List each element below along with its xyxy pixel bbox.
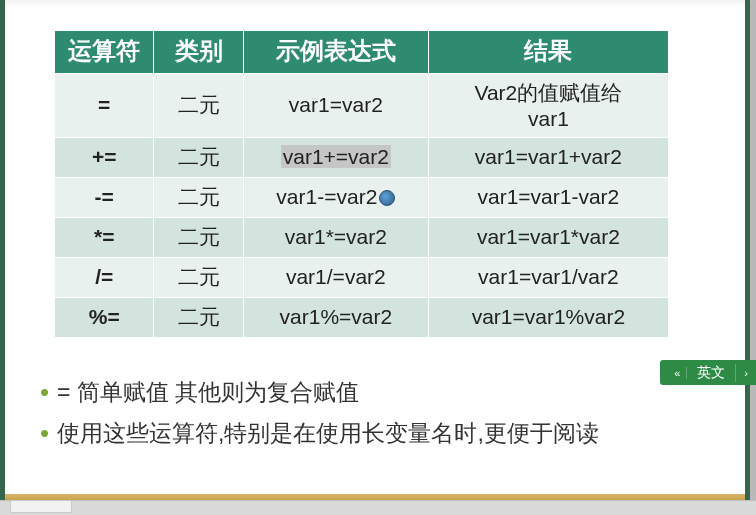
th-result: 结果 (428, 31, 668, 74)
lang-next-icon[interactable]: › (736, 367, 756, 379)
table-row: -=二元var1-=var2var1=var1-var2 (55, 178, 669, 218)
th-example: 示例表达式 (243, 31, 428, 74)
lang-prev-icon[interactable]: « (660, 367, 687, 379)
cell-operator: /= (55, 258, 154, 298)
cell-example: var1/=var2 (243, 258, 428, 298)
cell-result: var1=var1/var2 (428, 258, 668, 298)
bullet-text: = 简单赋值 其他则为复合赋值 (57, 374, 359, 411)
slide-left-border (0, 0, 5, 515)
table-row: =二元var1=var2Var2的值赋值给var1 (55, 74, 669, 138)
lang-label[interactable]: 英文 (687, 364, 736, 382)
cell-category: 二元 (154, 218, 243, 258)
cell-result: var1=var1%var2 (428, 298, 668, 338)
cell-result: Var2的值赋值给var1 (428, 74, 668, 138)
cell-category: 二元 (154, 178, 243, 218)
selected-text: var1+=var2 (281, 145, 391, 168)
tab-stub[interactable] (10, 500, 72, 513)
cell-category: 二元 (154, 298, 243, 338)
cell-result: var1=var1+var2 (428, 138, 668, 178)
table-row: /=二元var1/=var2var1=var1/var2 (55, 258, 669, 298)
slide-right-border (745, 0, 750, 515)
cell-operator: += (55, 138, 154, 178)
bullet-dot-icon: • (40, 415, 49, 451)
cell-result: var1=var1-var2 (428, 178, 668, 218)
bullet-text: 使用这些运算符,特别是在使用长变量名时,更便于阅读 (57, 415, 599, 452)
cell-example: var1%=var2 (243, 298, 428, 338)
edit-cursor-icon (379, 190, 395, 206)
cell-category: 二元 (154, 138, 243, 178)
cell-example: var1=var2 (243, 74, 428, 138)
bullet-item: •= 简单赋值 其他则为复合赋值 (40, 374, 716, 411)
table-row: %=二元var1%=var2var1=var1%var2 (55, 298, 669, 338)
cell-operator: = (55, 74, 154, 138)
cell-category: 二元 (154, 258, 243, 298)
language-badge[interactable]: « 英文 › (660, 360, 756, 385)
cell-operator: -= (55, 178, 154, 218)
th-category: 类别 (154, 31, 243, 74)
cell-example: var1+=var2 (243, 138, 428, 178)
table-row: +=二元var1+=var2var1=var1+var2 (55, 138, 669, 178)
table-row: *=二元var1*=var2var1=var1*var2 (55, 218, 669, 258)
bullet-item: •使用这些运算符,特别是在使用长变量名时,更便于阅读 (40, 415, 716, 452)
slide-right-edge (750, 0, 756, 515)
operators-table: 运算符 类别 示例表达式 结果 =二元var1=var2Var2的值赋值给var… (54, 30, 669, 338)
cell-operator: *= (55, 218, 154, 258)
bullet-list: •= 简单赋值 其他则为复合赋值•使用这些运算符,特别是在使用长变量名时,更便于… (40, 374, 716, 456)
cell-category: 二元 (154, 74, 243, 138)
slide: 运算符 类别 示例表达式 结果 =二元var1=var2Var2的值赋值给var… (0, 0, 756, 515)
cell-example: var1*=var2 (243, 218, 428, 258)
bullet-dot-icon: • (40, 374, 49, 410)
app-bottom-chrome (0, 500, 756, 515)
cell-example: var1-=var2 (243, 178, 428, 218)
cell-result: var1=var1*var2 (428, 218, 668, 258)
cell-operator: %= (55, 298, 154, 338)
slide-top-shadow (5, 0, 745, 8)
th-operator: 运算符 (55, 31, 154, 74)
